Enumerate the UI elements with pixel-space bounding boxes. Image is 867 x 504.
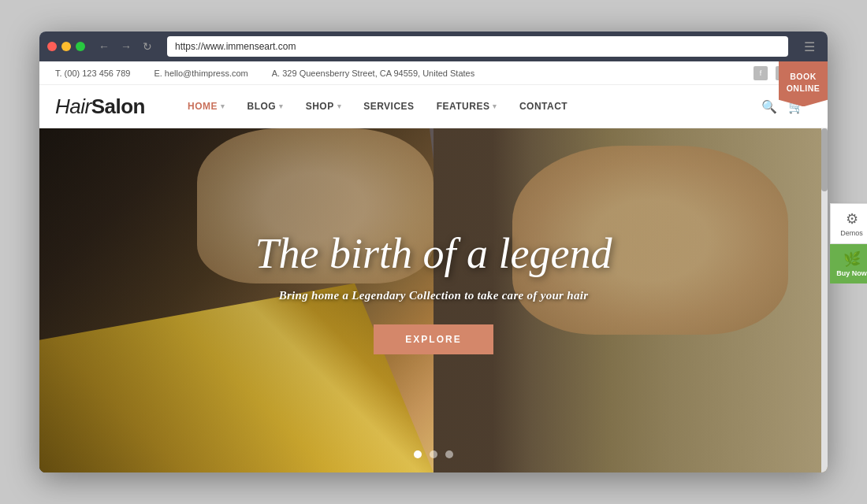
traffic-lights xyxy=(47,42,85,51)
browser-window: ← → ↻ https://www.immenseart.com ☰ T. (0… xyxy=(39,32,828,472)
dot-1[interactable] xyxy=(414,450,422,458)
nav-home[interactable]: HOME ▾ xyxy=(177,85,236,128)
nav-services[interactable]: SERVICES xyxy=(352,85,425,128)
blog-chevron-icon: ▾ xyxy=(279,102,284,110)
scrollbar[interactable] xyxy=(821,128,828,472)
close-button[interactable] xyxy=(47,42,57,51)
maximize-button[interactable] xyxy=(76,42,85,51)
hero-title: The birth of a legend xyxy=(255,231,612,277)
phone-info: T. (00) 123 456 789 xyxy=(55,69,130,78)
nav-features[interactable]: FEATURES ▾ xyxy=(426,85,508,128)
hero-section: The birth of a legend Bring home a Legen… xyxy=(39,128,828,472)
leaf-icon: 🌿 xyxy=(835,250,867,268)
browser-titlebar: ← → ↻ https://www.immenseart.com ☰ xyxy=(39,32,828,61)
url-text: https://www.immenseart.com xyxy=(175,41,296,52)
dot-2[interactable] xyxy=(430,450,437,458)
forward-button[interactable]: → xyxy=(117,39,136,54)
browser-nav-buttons: ← → ↻ xyxy=(95,39,156,54)
address-bar[interactable]: https://www.immenseart.com xyxy=(167,36,788,57)
website-content: T. (00) 123 456 789 E. hello@thimpress.c… xyxy=(39,61,828,472)
nav-shop[interactable]: SHOP ▾ xyxy=(295,85,353,128)
address-info: A. 329 Queensberry Street, CA 94559, Uni… xyxy=(272,69,474,78)
refresh-button[interactable]: ↻ xyxy=(139,39,156,54)
nav-contact[interactable]: CONTACT xyxy=(508,85,579,128)
contact-info: T. (00) 123 456 789 E. hello@thimpress.c… xyxy=(55,69,754,78)
demos-widget[interactable]: ⚙ Demos xyxy=(830,203,867,244)
shop-chevron-icon: ▾ xyxy=(337,102,342,110)
nav-container: HairSalon HOME ▾ BLOG ▾ SHOP xyxy=(39,85,828,128)
facebook-icon[interactable]: f xyxy=(754,66,768,80)
demos-label: Demos xyxy=(840,229,863,237)
nav-blog[interactable]: BLOG ▾ xyxy=(236,85,294,128)
buy-label: Buy Now xyxy=(836,269,867,277)
hero-content: The birth of a legend Bring home a Legen… xyxy=(39,128,828,472)
slider-dots xyxy=(414,450,453,458)
buy-now-widget[interactable]: 🌿 Buy Now xyxy=(830,244,867,284)
gear-icon: ⚙ xyxy=(835,210,867,228)
search-icon[interactable]: 🔍 xyxy=(761,99,777,114)
site-logo[interactable]: HairSalon xyxy=(55,94,145,119)
home-chevron-icon: ▾ xyxy=(221,102,225,110)
hero-cta-button[interactable]: EXPLORE xyxy=(374,324,493,354)
hero-subtitle: Bring home a Legendary Collection to tak… xyxy=(279,289,589,302)
side-widgets: ⚙ Demos 🌿 Buy Now xyxy=(830,203,867,284)
dot-3[interactable] xyxy=(445,450,453,458)
features-chevron-icon: ▾ xyxy=(493,102,497,110)
logo-text: HairSalon xyxy=(55,94,145,118)
scrollbar-thumb[interactable] xyxy=(821,128,828,191)
nav-links: HOME ▾ BLOG ▾ SHOP ▾ SERVICES xyxy=(177,85,761,128)
browser-menu-button[interactable]: ☰ xyxy=(799,38,820,56)
nav-bar: HairSalon HOME ▾ BLOG ▾ SHOP xyxy=(39,85,828,128)
minimize-button[interactable] xyxy=(61,42,71,51)
email-info: E. hello@thimpress.com xyxy=(154,69,247,78)
book-online-button[interactable]: BOOK ONLINE xyxy=(779,61,828,106)
info-bar: T. (00) 123 456 789 E. hello@thimpress.c… xyxy=(39,61,828,85)
book-online-wrapper: BOOK ONLINE xyxy=(779,61,828,106)
back-button[interactable]: ← xyxy=(95,39,113,54)
